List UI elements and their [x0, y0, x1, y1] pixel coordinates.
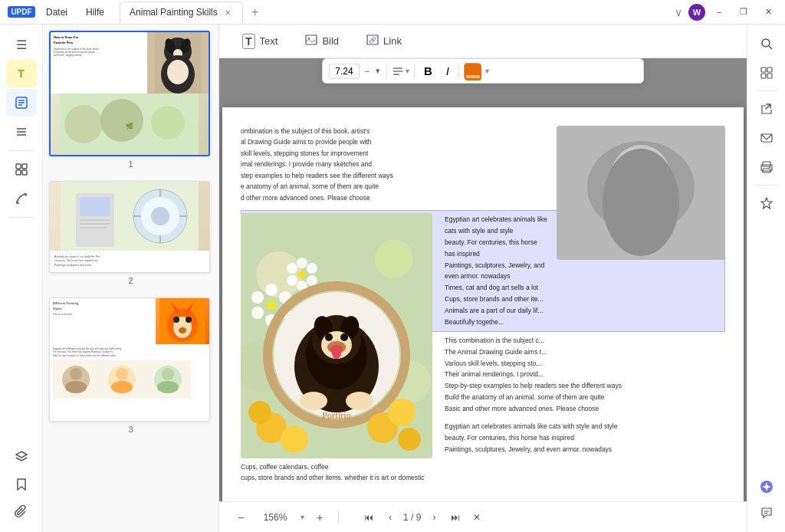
sidebar-bottom	[6, 443, 37, 526]
right-icon-search[interactable]	[753, 31, 780, 57]
right-bottom-icons	[753, 474, 780, 526]
svg-point-22	[151, 106, 185, 140]
right-icon-mail[interactable]	[753, 125, 780, 151]
zoom-dropdown[interactable]: ▾	[301, 513, 304, 521]
zoom-out-button[interactable]: −	[232, 508, 250, 527]
sidebar-icon-layers[interactable]	[6, 443, 37, 471]
svg-rect-113	[761, 67, 766, 72]
bold-button[interactable]: B	[419, 62, 437, 80]
body-line-11: Cups, coffee calendars, coffee	[241, 461, 725, 473]
nav-prev-button[interactable]: ‹	[382, 509, 399, 526]
thumbnail-item-2[interactable]: Animals are a part of our daily life. Fo…	[49, 181, 212, 285]
page-content: ombination is the subject of this book. …	[222, 107, 744, 501]
app-logo: UPDF	[6, 6, 37, 18]
svg-point-121	[769, 166, 770, 168]
svg-rect-10	[22, 170, 27, 175]
svg-rect-26	[80, 197, 110, 216]
zoom-in-button[interactable]: +	[310, 508, 329, 527]
svg-point-18	[167, 60, 189, 84]
sidebar-icon-attachment[interactable]	[6, 498, 37, 526]
search-icon	[760, 38, 773, 50]
right-icon-chat[interactable]	[753, 500, 780, 526]
font-size-value[interactable]: 7.24	[329, 64, 360, 79]
dropdown-arrow[interactable]: ∨	[675, 6, 682, 18]
toolbar: T Text Bild 🔗 Link	[219, 25, 747, 58]
right-icon-ocr[interactable]	[753, 60, 780, 86]
content-area: T Text Bild 🔗 Link 7.24	[219, 25, 747, 532]
svg-marker-11	[16, 452, 27, 458]
text-tool-icon: T	[242, 34, 255, 49]
svg-point-47	[70, 368, 82, 380]
thumbnail-preview-2: Animals are a part of our daily life. Fo…	[49, 181, 210, 273]
sidebar-icon-convert[interactable]	[6, 185, 37, 212]
nav-last-button[interactable]: ⏭	[447, 509, 464, 526]
italic-button[interactable]: I	[442, 62, 454, 80]
svg-point-41	[186, 317, 192, 323]
font-size-down[interactable]: −	[361, 64, 373, 78]
bild-tool-icon	[305, 34, 317, 48]
close-button[interactable]: ✕	[757, 5, 779, 20]
menu-hilfe[interactable]: Hilfe	[77, 4, 113, 21]
sidebar-icon-edit[interactable]: T	[6, 60, 37, 87]
right-icon-share[interactable]	[753, 96, 780, 122]
sidebar-icon-bookmark[interactable]	[6, 471, 37, 498]
text-format-bar: 7.24 − ▾ ▾ B I ▾	[322, 58, 644, 84]
font-size-dropdown[interactable]: ▾	[374, 64, 382, 77]
right-icon-print[interactable]	[753, 154, 780, 180]
thumb1-text: How to Draw Our Favorite Pets ombination…	[51, 32, 147, 94]
link-tool-button[interactable]: 🔗 Link	[356, 30, 412, 52]
sidebar-right	[747, 25, 785, 532]
svg-point-75	[265, 284, 278, 296]
menu-bar: Datei Hilfe	[37, 4, 113, 21]
nav-first-button[interactable]: ⏮	[360, 509, 377, 526]
right-icon-star[interactable]	[753, 190, 780, 216]
svg-text:🔗: 🔗	[369, 36, 376, 44]
thumb2-top	[50, 182, 209, 251]
nav-close-button[interactable]: ✕	[468, 509, 485, 526]
svg-point-20	[64, 105, 103, 143]
separator-1	[386, 64, 387, 78]
svg-point-111	[762, 39, 770, 47]
sidebar-icon-list[interactable]	[6, 118, 37, 146]
add-tab-button[interactable]: +	[246, 3, 264, 21]
sidebar-icon-annotate[interactable]	[6, 89, 37, 117]
bild-tool-button[interactable]: Bild	[294, 30, 350, 52]
main-area: ☰ T	[0, 25, 785, 532]
color-picker-button[interactable]	[464, 63, 481, 80]
pdf-view[interactable]: 7.24 − ▾ ▾ B I ▾	[219, 58, 747, 501]
text-tool-label: Text	[260, 35, 278, 47]
link-tool-label: Link	[383, 35, 402, 47]
thumbnail-panel: How to Draw Our Favorite Pets ombination…	[43, 25, 219, 532]
svg-text:🌿: 🌿	[126, 122, 133, 130]
svg-point-87	[287, 263, 297, 274]
nav-next-button[interactable]: ›	[425, 509, 442, 526]
thumbnail-item-1[interactable]: How to Draw Our Favorite Pets ombination…	[49, 31, 212, 169]
right-icon-sparkle[interactable]	[753, 474, 780, 500]
tab-close-button[interactable]: ✕	[222, 8, 233, 18]
svg-point-40	[173, 317, 179, 323]
align-dropdown[interactable]: ▾	[392, 66, 409, 77]
svg-point-51	[111, 381, 133, 393]
maximize-button[interactable]: ❐	[733, 5, 754, 20]
tab-animal-painting[interactable]: Animal Painting Skills ✕	[120, 2, 243, 23]
svg-point-86	[287, 275, 297, 286]
pages-icon: ☰	[16, 38, 27, 52]
text-tool-button[interactable]: T Text	[232, 29, 288, 54]
right-separator-2	[756, 185, 777, 186]
svg-point-69	[603, 149, 679, 256]
menu-datei[interactable]: Datei	[37, 4, 77, 21]
color-dropdown-arrow[interactable]: ▾	[485, 67, 489, 75]
bottom-bar: − 156% ▾ + ⏮ ‹ 1 / 9 › ⏭ ✕	[219, 501, 747, 532]
edit-icon: T	[18, 67, 25, 80]
thumbnail-item-3[interactable]: Different Painting Styles Various techni…	[49, 297, 212, 434]
link-tool-icon: 🔗	[366, 34, 379, 48]
sidebar-icon-organize[interactable]	[6, 156, 37, 183]
sidebar-icon-pages[interactable]: ☰	[6, 31, 37, 58]
svg-point-106	[281, 425, 308, 453]
sidebar-divider-1	[9, 150, 34, 151]
page-navigation: ⏮ ‹ 1 / 9 › ⏭ ✕	[360, 509, 485, 526]
share-icon	[760, 103, 773, 115]
svg-rect-116	[767, 74, 772, 78]
separator-2	[414, 64, 415, 78]
minimize-button[interactable]: −	[708, 5, 730, 20]
